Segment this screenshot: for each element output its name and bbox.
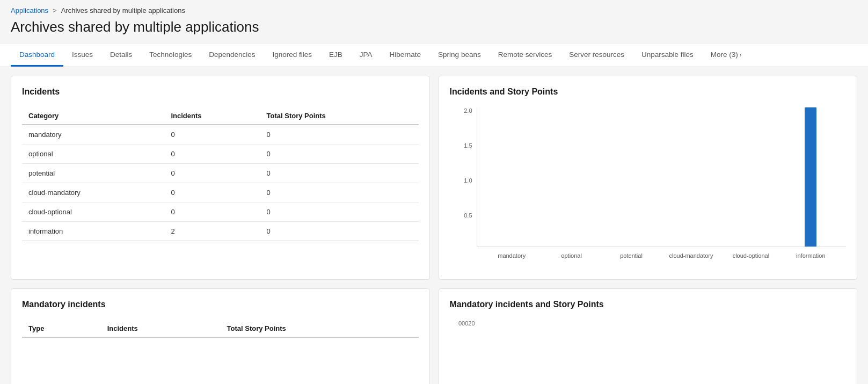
incidents-row-category: optional [22, 144, 164, 164]
main-content: Incidents Category Incidents Total Story… [0, 67, 868, 384]
top-cards-row: Incidents Category Incidents Total Story… [11, 76, 857, 280]
tab-hibernate[interactable]: Hibernate [381, 44, 430, 67]
y-label-2: 2.0 [464, 107, 472, 114]
incidents-row-category: cloud-optional [22, 202, 164, 222]
incidents-row-count: 0 [164, 164, 260, 183]
x-label-cloud-optional: cloud-optional [721, 249, 781, 269]
incidents-row-category: mandatory [22, 125, 164, 144]
breadcrumb-separator: > [53, 6, 57, 15]
tab-details[interactable]: Details [101, 44, 141, 67]
x-label-potential: potential [601, 249, 661, 269]
tab-issues[interactable]: Issues [63, 44, 101, 67]
tab-unparsable-files[interactable]: Unparsable files [633, 44, 702, 67]
bar-potential [602, 107, 661, 247]
incidents-row-story-points: 0 [260, 222, 419, 241]
chart-bar-area [477, 107, 847, 247]
incidents-row-story-points: 0 [260, 164, 419, 183]
mandatory-incidents-table: Type Incidents Total Story Points [22, 320, 419, 338]
incidents-table: Category Incidents Total Story Points ma… [22, 107, 419, 241]
x-label-mandatory: mandatory [482, 249, 542, 269]
mandatory-chart-title: Mandatory incidents and Story Points [450, 300, 847, 309]
incidents-col-category: Category [22, 107, 164, 125]
chart-y-axis: 2.0 1.5 1.0 0.5 [450, 107, 477, 247]
bar-cloud-mandatory [661, 107, 721, 247]
bar-mandatory [483, 107, 542, 247]
x-label-cloud-mandatory: cloud-mandatory [661, 249, 721, 269]
incidents-card: Incidents Category Incidents Total Story… [11, 76, 430, 280]
mandatory-incidents-card: Mandatory incidents Type Incidents Total… [11, 288, 430, 384]
x-label-optional: optional [542, 249, 601, 269]
tab-server-resources[interactable]: Server resources [560, 44, 633, 67]
bar-information-fill [805, 107, 816, 247]
tab-spring-beans[interactable]: Spring beans [429, 44, 490, 67]
page-title: Archives shared by multiple applications [0, 17, 868, 44]
incidents-chart-card: Incidents and Story Points 2.0 1.5 1.0 0… [439, 76, 858, 280]
tab-more[interactable]: More (3) › [702, 44, 750, 67]
mandatory-col-incidents: Incidents [101, 320, 221, 337]
incidents-row-story-points: 0 [260, 125, 419, 144]
incidents-table-row: cloud-mandatory 0 0 [22, 183, 419, 202]
tab-more-label: More (3) [711, 50, 738, 59]
tab-ejb[interactable]: EJB [320, 44, 351, 67]
y-label-05: 0.5 [464, 212, 472, 219]
bar-optional [542, 107, 602, 247]
tab-dependencies[interactable]: Dependencies [200, 44, 264, 67]
x-label-information: information [781, 249, 841, 269]
incidents-table-row: potential 0 0 [22, 164, 419, 183]
incidents-row-count: 0 [164, 125, 260, 144]
incidents-chart-container: 2.0 1.5 1.0 0.5 mandatory optional [450, 107, 847, 269]
mandatory-chart-card: Mandatory incidents and Story Points 000… [439, 288, 858, 384]
bar-cloud-optional [721, 107, 781, 247]
incidents-row-story-points: 0 [260, 144, 419, 164]
tab-technologies[interactable]: Technologies [141, 44, 200, 67]
y-label-1: 1.0 [464, 177, 472, 184]
bar-information [781, 107, 841, 247]
y-label-15: 1.5 [464, 142, 472, 149]
incidents-table-row: mandatory 0 0 [22, 125, 419, 144]
mandatory-chart-container: 00020 [450, 320, 847, 384]
bottom-cards-row: Mandatory incidents Type Incidents Total… [11, 288, 857, 384]
mandatory-col-type: Type [22, 320, 101, 337]
incidents-row-count: 0 [164, 183, 260, 202]
incidents-col-story-points: Total Story Points [260, 107, 419, 125]
incidents-chart-title: Incidents and Story Points [450, 87, 847, 97]
mandatory-y-top: 00020 [458, 320, 475, 327]
incidents-row-category: cloud-mandatory [22, 183, 164, 202]
tabs-bar: Dashboard Issues Details Technologies De… [0, 44, 868, 67]
mandatory-y-axis: 00020 [450, 320, 479, 384]
incidents-row-category: information [22, 222, 164, 241]
mandatory-col-story-points: Total Story Points [221, 320, 419, 337]
incidents-row-count: 0 [164, 202, 260, 222]
incidents-col-incidents: Incidents [164, 107, 260, 125]
tab-dashboard[interactable]: Dashboard [11, 44, 63, 67]
breadcrumb-current: Archives shared by multiple applications [61, 6, 185, 15]
incidents-row-category: potential [22, 164, 164, 183]
tab-ignored-files[interactable]: Ignored files [264, 44, 320, 67]
tab-remote-services[interactable]: Remote services [490, 44, 561, 67]
incidents-row-count: 2 [164, 222, 260, 241]
incidents-row-story-points: 0 [260, 202, 419, 222]
mandatory-incidents-title: Mandatory incidents [22, 300, 419, 309]
incidents-card-title: Incidents [22, 87, 419, 97]
chevron-right-icon: › [740, 52, 742, 58]
tab-jpa[interactable]: JPA [351, 44, 381, 67]
incidents-table-row: information 2 0 [22, 222, 419, 241]
incidents-table-row: optional 0 0 [22, 144, 419, 164]
chart-x-labels: mandatory optional potential cloud-manda… [477, 249, 847, 269]
breadcrumb: Applications > Archives shared by multip… [0, 0, 868, 17]
incidents-row-story-points: 0 [260, 183, 419, 202]
breadcrumb-link[interactable]: Applications [11, 6, 48, 15]
incidents-table-row: cloud-optional 0 0 [22, 202, 419, 222]
incidents-row-count: 0 [164, 144, 260, 164]
